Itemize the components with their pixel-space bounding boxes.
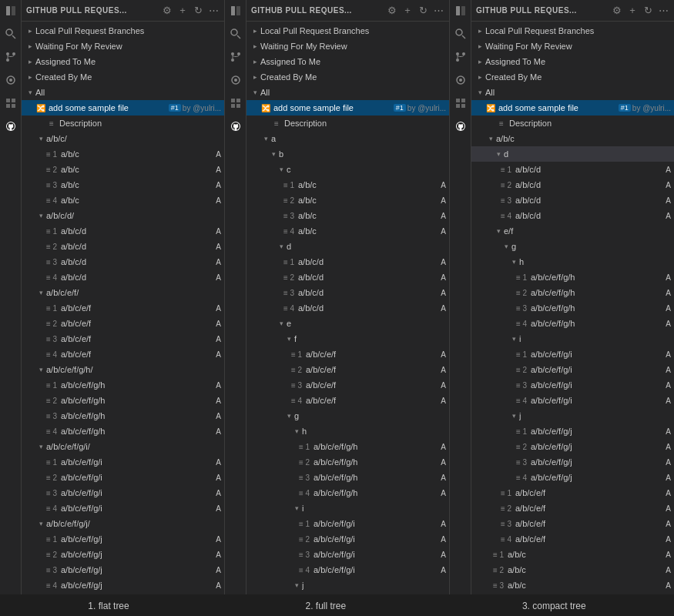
tree-dir[interactable]: j (246, 578, 449, 593)
compact-dir[interactable]: e/f (471, 223, 674, 239)
list-item[interactable]: ≡ 1a/b/c/e/fA (246, 346, 449, 362)
list-item[interactable]: ≡ 1a/b/c/e/f/g/iA (22, 454, 224, 470)
list-item[interactable]: ≡ 2a/b/c/e/f/g/iA (246, 531, 449, 547)
nav-waiting-3[interactable]: Waiting For My Review (471, 38, 674, 54)
github-icon-2[interactable] (230, 120, 242, 132)
list-item[interactable]: ≡ 4a/b/c/e/f/g/hA (22, 424, 224, 439)
flat-section-header[interactable]: a/b/c/e/f/g/j/ (22, 516, 224, 531)
list-item[interactable]: ≡ 1a/b/cA (246, 177, 449, 192)
nav-created-2[interactable]: Created By Me (246, 69, 449, 85)
list-item[interactable]: ≡ 2a/b/c/e/f/g/hA (471, 285, 674, 300)
list-item[interactable]: ≡ 3a/b/c/dA (246, 285, 449, 300)
list-item[interactable]: ≡ 3a/b/c/e/f/g/hA (471, 300, 674, 316)
list-item[interactable]: ≡ 3a/b/cA (22, 177, 224, 192)
debug-icon-2[interactable] (230, 74, 242, 86)
list-item[interactable]: ≡ 2a/b/c/e/f/g/iA (471, 362, 674, 377)
plus-btn-3[interactable]: + (626, 5, 639, 17)
list-item[interactable]: ≡ 4a/b/c/e/fA (22, 346, 224, 362)
list-item[interactable]: ≡ 1a/b/c/dA (246, 254, 449, 270)
list-item[interactable]: ≡ 4a/b/c/e/fA (471, 531, 674, 547)
explorer-icon[interactable] (5, 5, 17, 17)
debug-icon-3[interactable] (454, 74, 467, 86)
list-item[interactable]: ≡ 1a/b/c/dA (471, 162, 674, 177)
compact-dir[interactable]: d (471, 146, 674, 162)
tree-dir[interactable]: g (246, 408, 449, 424)
more-btn-3[interactable]: ⋯ (657, 5, 669, 17)
search-icon-2[interactable] (230, 28, 242, 40)
compact-dir[interactable]: a/b/c (471, 131, 674, 146)
list-item[interactable]: ≡ 3a/b/c/e/f/g/iA (246, 547, 449, 562)
list-item[interactable]: ≡ 1a/b/c/e/f/g/jA (22, 531, 224, 547)
explorer-icon-3[interactable] (454, 5, 467, 17)
list-item[interactable]: ≡ 2a/b/cA (471, 562, 674, 578)
tree-dir[interactable]: e (246, 316, 449, 331)
source-control-icon[interactable] (5, 51, 17, 63)
tree-dir[interactable]: i (246, 500, 449, 516)
list-item[interactable]: ≡ 4a/b/c/dA (22, 270, 224, 285)
source-control-icon-2[interactable] (230, 51, 242, 63)
list-item[interactable]: ≡ 2a/b/cA (22, 162, 224, 177)
github-icon-1[interactable] (5, 120, 17, 132)
list-item[interactable]: ≡ 4a/b/cA (22, 192, 224, 208)
list-item[interactable]: ≡ 4a/b/c/e/f/g/iA (246, 562, 449, 578)
tree-dir[interactable]: c (246, 162, 449, 177)
nav-local-3[interactable]: Local Pull Request Branches (471, 23, 674, 38)
list-item[interactable]: ≡ 2a/b/c/e/f/g/jA (22, 547, 224, 562)
extensions-icon[interactable] (5, 97, 17, 109)
list-item[interactable]: ≡ 1a/b/cA (22, 146, 224, 162)
flat-section-header[interactable]: a/b/c/e/f/g/h/ (22, 362, 224, 377)
search-icon[interactable] (5, 28, 17, 40)
search-icon-3[interactable] (454, 28, 467, 40)
tree-dir[interactable]: h (246, 424, 449, 439)
list-item[interactable]: ≡ 1a/b/c/e/f/g/hA (22, 377, 224, 393)
explorer-icon-2[interactable] (230, 5, 242, 17)
list-item[interactable]: ≡ 2a/b/c/e/f/g/jA (471, 439, 674, 454)
flat-section-header[interactable]: a/b/c/d/ (22, 208, 224, 223)
list-item[interactable]: ≡ 2a/b/c/e/fA (246, 362, 449, 377)
list-item[interactable]: ≡ 4a/b/c/e/f/g/iA (471, 393, 674, 408)
list-item[interactable]: ≡ 2a/b/c/e/fA (471, 500, 674, 516)
refresh-btn-2[interactable]: ↻ (417, 5, 429, 17)
nav-all-2[interactable]: All (246, 85, 449, 100)
refresh-btn-1[interactable]: ↻ (192, 5, 204, 17)
list-item[interactable]: ≡ 4a/b/c/dA (471, 208, 674, 223)
flat-section-header[interactable]: a/b/c/e/f/g/i/ (22, 439, 224, 454)
nav-all-1[interactable]: All (22, 85, 224, 100)
list-item[interactable]: ≡ 3a/b/c/e/f/g/hA (22, 408, 224, 424)
list-item[interactable]: ≡ 3a/b/c/e/f/g/iA (22, 485, 224, 500)
list-item[interactable]: ≡ 2a/b/c/e/f/g/iA (22, 470, 224, 485)
extensions-icon-2[interactable] (230, 97, 242, 109)
compact-dir[interactable]: g (471, 239, 674, 254)
gear-btn-3[interactable]: ⚙ (611, 5, 623, 17)
list-item[interactable]: ≡ 1a/b/c/e/f/g/hA (246, 439, 449, 454)
list-item[interactable]: ≡ 2a/b/c/dA (22, 239, 224, 254)
pr-desc-1[interactable]: ≡ Description (22, 116, 224, 131)
list-item[interactable]: ≡ 4a/b/c/e/f/g/iA (22, 500, 224, 516)
list-item[interactable]: ≡ 3a/b/c/dA (471, 192, 674, 208)
nav-local-2[interactable]: Local Pull Request Branches (246, 23, 449, 38)
plus-btn-1[interactable]: + (176, 5, 189, 17)
tree-dir[interactable]: b (246, 146, 449, 162)
nav-assigned-3[interactable]: Assigned To Me (471, 54, 674, 69)
list-item[interactable]: ≡ 4a/b/c/e/f/g/jA (22, 578, 224, 593)
tree-dir[interactable]: f (246, 331, 449, 346)
list-item[interactable]: ≡ 3a/b/c/e/f/g/iA (471, 377, 674, 393)
list-item[interactable]: ≡ 3a/b/cA (471, 578, 674, 593)
nav-waiting-1[interactable]: Waiting For My Review (22, 38, 224, 54)
list-item[interactable]: ≡ 2a/b/c/dA (471, 177, 674, 192)
tree-dir[interactable]: a (246, 131, 449, 146)
list-item[interactable]: ≡ 2a/b/c/dA (246, 270, 449, 285)
list-item[interactable]: ≡ 4a/b/cA (471, 593, 674, 594)
plus-btn-2[interactable]: + (401, 5, 414, 17)
list-item[interactable]: ≡ 2a/b/cA (246, 192, 449, 208)
pr-desc-2[interactable]: ≡ Description (246, 116, 449, 131)
gear-btn-1[interactable]: ⚙ (161, 5, 173, 17)
list-item[interactable]: ≡ 1a/b/cA (471, 547, 674, 562)
list-item[interactable]: ≡ 4a/b/c/e/f/g/jA (471, 470, 674, 485)
list-item[interactable]: ≡ 3a/b/c/e/f/g/jA (471, 454, 674, 470)
pr-file-2[interactable]: 🔀 add some sample file #1 by @yulri... (246, 100, 449, 116)
extensions-icon-3[interactable] (454, 97, 467, 109)
flat-section-header[interactable]: a/b/c/ (22, 131, 224, 146)
list-item[interactable]: ≡ 4a/b/c/e/fA (246, 393, 449, 408)
compact-dir[interactable]: h (471, 254, 674, 270)
